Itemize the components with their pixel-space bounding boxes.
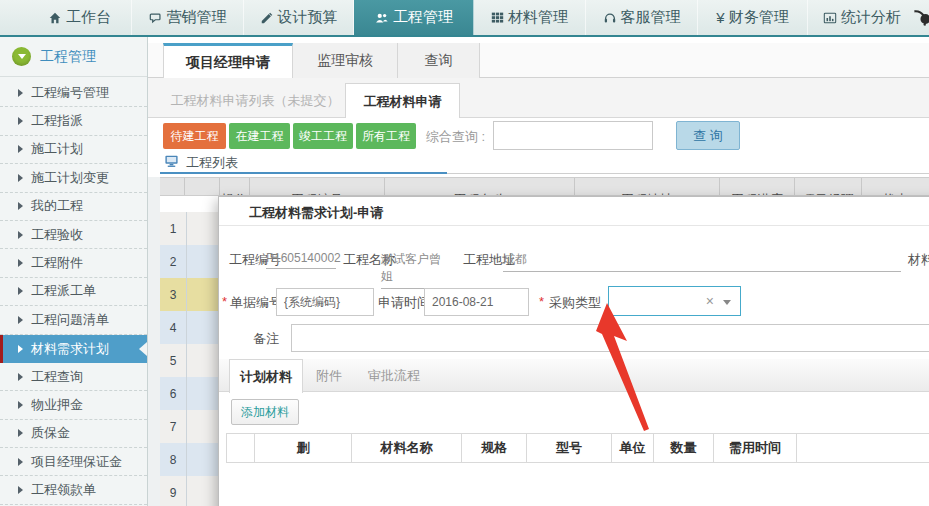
clear-icon[interactable]: × [706, 293, 714, 309]
project-table-rows: 1 2 3 4 5 6 7 8 9 [160, 212, 218, 506]
purchase-type-dropdown[interactable]: × [608, 286, 741, 316]
tab-pm-application[interactable]: 项目经理申请 [163, 43, 293, 79]
sidebar-item-label: 工程派工单 [31, 282, 96, 300]
table-row[interactable]: 1 [160, 212, 218, 245]
tab-label: 附件 [316, 367, 342, 385]
nav-label: 营销管理 [167, 8, 227, 27]
column-header: 型号 [527, 434, 612, 462]
filter-inprogress-projects[interactable]: 在建工程 [229, 123, 290, 149]
secondary-tab-bar: 工程材料申请列表（未提交） 工程材料申请 [148, 78, 929, 118]
caret-right-icon [18, 259, 23, 267]
filter-label: 在建工程 [236, 128, 284, 145]
sidebar-item-project-acceptance[interactable]: 工程验收 [0, 221, 147, 249]
row-number: 4 [160, 311, 187, 344]
clipped-material-label: 材料 [908, 251, 929, 269]
material-demand-plan-dialog: 工程材料需求计划-申请 工程编号 P1605140002 工程名称 测试客户曾姐… [218, 196, 929, 506]
search-button[interactable]: 查 询 [676, 121, 740, 150]
nav-item-marketing[interactable]: 营销管理 [132, 0, 244, 35]
tab-plan-materials[interactable]: 计划材料 [229, 359, 303, 393]
sidebar-item-construction-plan[interactable]: 施工计划 [0, 136, 147, 164]
table-row[interactable]: 7 [160, 410, 218, 443]
table-row[interactable]: 2 [160, 245, 218, 278]
sidebar-item-property-deposit[interactable]: 物业押金 [0, 391, 147, 419]
sidebar-item-label: 施工计划 [31, 140, 83, 158]
nav-label: 工程管理 [393, 8, 453, 27]
sidebar-item-material-demand-plan[interactable]: 材料需求计划 [0, 335, 147, 363]
list-section-header: 工程列表 [148, 152, 929, 174]
tab-label: 监理审核 [317, 52, 373, 70]
nav-item-workbench[interactable]: 工作台 [28, 0, 132, 35]
purchase-type-label: 采购类型 [549, 294, 601, 312]
section-underline-rest [447, 173, 929, 174]
column-header [797, 434, 929, 462]
nav-item-finance[interactable]: ¥ 财务管理 [698, 0, 808, 35]
tab-material-request-list[interactable]: 工程材料申请列表（未提交） [165, 84, 345, 118]
edit-icon [260, 11, 274, 25]
sidebar-item-project-payment[interactable]: 工程领款单 [0, 476, 147, 504]
table-row[interactable]: 9 [160, 476, 218, 506]
sidebar-item-label: 工程查询 [31, 368, 83, 386]
tab-attachments[interactable]: 附件 [306, 359, 352, 392]
row-number: 6 [160, 377, 187, 410]
apply-date-field[interactable]: 2016-08-21 [424, 288, 529, 316]
active-notch [139, 342, 147, 356]
sidebar-item-my-projects[interactable]: 我的工程 [0, 193, 147, 221]
sidebar-item-quality-deposit[interactable]: 质保金 [0, 420, 147, 448]
nav-item-customer-service[interactable]: 客服管理 [586, 0, 698, 35]
search-button-label: 查 询 [693, 127, 723, 145]
tab-query[interactable]: 查询 [398, 43, 480, 78]
sidebar-header[interactable]: 工程管理 [0, 37, 147, 77]
remark-input[interactable] [291, 324, 929, 352]
project-table-header: 操作 工程编号 工程名称 工程地址 工程进度 项目经理 状态 [160, 177, 929, 196]
nav-item-materials[interactable]: 材料管理 [474, 0, 586, 35]
sidebar-item-project-dispatch[interactable]: 工程派工单 [0, 278, 147, 306]
dropdown-caret-icon[interactable] [723, 300, 731, 305]
nav-item-engineering[interactable]: 工程管理 [354, 0, 474, 35]
table-row[interactable]: 6 [160, 377, 218, 410]
caret-right-icon [18, 287, 23, 295]
sidebar-item-label: 工程领款单 [31, 481, 96, 499]
table-row[interactable]: 8 [160, 443, 218, 476]
caret-right-icon [18, 174, 23, 182]
caret-right-icon [18, 117, 23, 125]
sidebar-item-pm-deposit[interactable]: 项目经理保证金 [0, 448, 147, 476]
sidebar-item-project-issues[interactable]: 工程问题清单 [0, 306, 147, 334]
sidebar-item-label: 材料需求计划 [31, 340, 109, 358]
sidebar-item-project-number-mgmt[interactable]: 工程编号管理 [0, 79, 147, 107]
nav-item-design-budget[interactable]: 设计预算 [244, 0, 354, 35]
table-row[interactable]: 4 [160, 311, 218, 344]
grid-icon [491, 11, 504, 24]
sidebar-item-project-query[interactable]: 工程查询 [0, 363, 147, 391]
doc-no-field[interactable]: {系统编码} [276, 288, 374, 316]
sidebar-item-construction-plan-change[interactable]: 施工计划变更 [0, 164, 147, 192]
nav-label: 设计预算 [278, 8, 338, 27]
nav-label: 客服管理 [621, 8, 681, 27]
column-header: 规格 [462, 434, 527, 462]
filter-completed-projects[interactable]: 竣工工程 [293, 123, 353, 149]
sidebar-item-project-attachments[interactable]: 工程附件 [0, 249, 147, 277]
combined-search-input[interactable] [493, 121, 653, 150]
column-header: 工程编号 [250, 178, 385, 195]
sidebar-item-project-assign[interactable]: 工程指派 [0, 107, 147, 135]
required-marker: * [539, 294, 544, 309]
table-row-selected[interactable]: 3 [160, 278, 218, 311]
sidebar-title: 工程管理 [40, 48, 96, 66]
tab-supervisor-review[interactable]: 监理审核 [293, 43, 398, 78]
row-number: 7 [160, 410, 187, 443]
filter-label: 待建工程 [171, 128, 219, 145]
table-gutter [148, 177, 160, 506]
add-material-button[interactable]: 添加材料 [231, 399, 299, 425]
section-underline [160, 172, 447, 174]
nav-label: 工作台 [66, 8, 111, 27]
tab-material-request[interactable]: 工程材料申请 [345, 83, 460, 119]
row-number: 9 [160, 476, 187, 506]
filter-pending-projects[interactable]: 待建工程 [163, 123, 226, 149]
nav-item-statistics[interactable]: 统计分析 [808, 0, 916, 35]
filter-all-projects[interactable]: 所有工程 [356, 123, 416, 149]
apply-date-value: 2016-08-21 [432, 295, 493, 309]
table-row[interactable]: 5 [160, 344, 218, 377]
tab-approval-flow[interactable]: 审批流程 [355, 359, 433, 392]
sidebar-item-label: 我的工程 [31, 197, 83, 215]
material-table-header: 删 材料名称 规格 型号 单位 数量 需用时间 [226, 433, 929, 463]
phone-icon[interactable] [910, 8, 929, 34]
